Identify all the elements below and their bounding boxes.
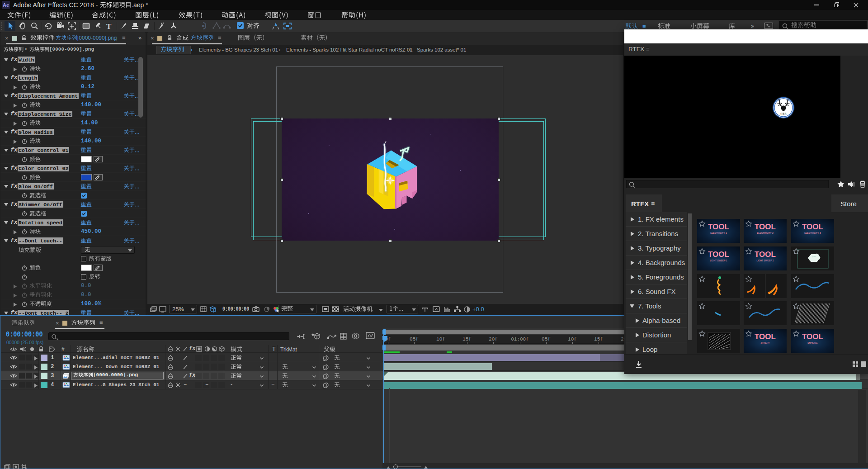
svg-text:T: T — [106, 22, 112, 31]
